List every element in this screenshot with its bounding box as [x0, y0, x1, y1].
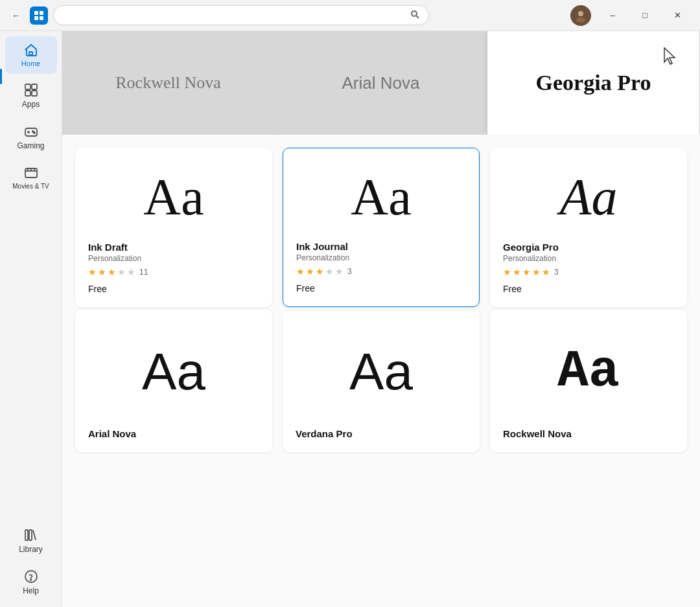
sidebar-library-label: Library: [19, 545, 43, 554]
font-price-georgia-pro: Free: [503, 284, 674, 294]
font-card-ink-draft[interactable]: Aa Ink Draft Personalization ★ ★ ★ ★ ★ 1…: [75, 148, 272, 307]
sidebar-item-gaming[interactable]: Gaming: [5, 118, 57, 157]
font-preview-verdana-pro: Aa: [296, 323, 467, 420]
font-preview-georgia-pro: Aa: [503, 161, 674, 234]
font-grid-row2: Aa Arial Nova Aa Verdana Pro Aa Rockwell…: [62, 310, 700, 452]
avatar[interactable]: [570, 5, 591, 26]
cursor-icon: [662, 47, 680, 67]
font-price-ink-draft: Free: [88, 284, 259, 294]
svg-point-7: [576, 17, 585, 23]
rating-count-ink-journal: 3: [347, 267, 352, 276]
font-category-ink-journal: Personalization: [296, 253, 466, 262]
star-1: ★: [296, 266, 305, 277]
svg-rect-3: [40, 16, 43, 20]
stars-georgia-pro: ★ ★ ★ ★ ★ 3: [503, 267, 674, 277]
font-preview-arial-nova: Aa: [88, 323, 259, 420]
store-icon: [30, 6, 48, 25]
svg-rect-1: [40, 11, 43, 15]
sidebar-help-label: Help: [23, 586, 39, 595]
font-card-verdana-pro[interactable]: Aa Verdana Pro: [283, 310, 480, 452]
search-icon: [410, 10, 419, 21]
svg-point-26: [30, 579, 31, 580]
svg-line-5: [417, 16, 419, 19]
font-category-georgia-pro: Personalization: [503, 254, 674, 263]
font-card-arial-nova[interactable]: Aa Arial Nova: [75, 310, 272, 452]
titlebar: ← fonts – □: [0, 0, 700, 31]
minimize-button[interactable]: –: [598, 5, 627, 26]
stars-ink-draft: ★ ★ ★ ★ ★ 11: [88, 267, 259, 277]
font-name-georgia-pro: Georgia Pro: [503, 242, 674, 253]
font-grid: Aa Ink Draft Personalization ★ ★ ★ ★ ★ 1…: [62, 135, 700, 310]
star-1: ★: [503, 267, 511, 277]
svg-rect-9: [25, 84, 30, 89]
svg-rect-23: [25, 530, 28, 540]
svg-rect-2: [34, 16, 38, 20]
rating-count-ink-draft: 11: [139, 268, 148, 277]
main-layout: Home Apps Gaming: [0, 31, 700, 607]
svg-point-6: [578, 11, 583, 16]
font-preview-ink-draft: Aa: [88, 161, 259, 234]
font-category-ink-draft: Personalization: [88, 254, 259, 263]
sidebar-item-help[interactable]: Help: [5, 563, 57, 602]
maximize-button[interactable]: □: [630, 5, 660, 26]
rating-count-georgia-pro: 3: [554, 268, 559, 277]
strip-item-rockwell[interactable]: Rockwell Nova: [62, 31, 275, 135]
sidebar-item-library[interactable]: Library: [5, 521, 57, 560]
sidebar-gaming-label: Gaming: [17, 141, 44, 150]
svg-rect-0: [34, 11, 38, 15]
close-button[interactable]: ✕: [662, 5, 692, 26]
star-4: ★: [325, 266, 334, 277]
font-name-verdana-pro: Verdana Pro: [296, 428, 467, 439]
font-preview-ink-journal: Aa: [296, 161, 466, 233]
svg-point-17: [34, 132, 35, 133]
svg-rect-8: [29, 52, 32, 55]
font-card-ink-journal[interactable]: Aa Ink Journal Personalization ★ ★ ★ ★ ★…: [283, 148, 480, 307]
font-name-arial-nova: Arial Nova: [88, 428, 259, 439]
svg-point-4: [412, 11, 417, 16]
top-strip: Rockwell Nova Arial Nova Georgia Pro: [62, 31, 700, 135]
star-2: ★: [513, 267, 521, 277]
sidebar-item-home[interactable]: Home: [5, 36, 57, 74]
star-5: ★: [542, 267, 550, 277]
star-5: ★: [335, 266, 344, 277]
star-4: ★: [532, 267, 541, 277]
font-preview-rockwell-nova: Aa: [503, 323, 674, 420]
sidebar-item-apps[interactable]: Apps: [5, 76, 57, 115]
sidebar-movies-label: Movies & TV: [12, 183, 49, 190]
star-2: ★: [98, 267, 106, 277]
strip-item-georgia[interactable]: Georgia Pro: [487, 31, 700, 135]
star-2: ★: [306, 266, 314, 277]
strip-item-arial[interactable]: Arial Nova: [275, 31, 487, 135]
font-name-ink-draft: Ink Draft: [88, 242, 259, 253]
svg-rect-24: [29, 530, 32, 540]
font-price-ink-journal: Free: [296, 283, 466, 293]
svg-rect-12: [32, 91, 37, 96]
active-indicator: [0, 69, 2, 84]
sidebar-home-label: Home: [21, 60, 40, 67]
content-area: Rockwell Nova Arial Nova Georgia Pro Aa …: [62, 31, 700, 607]
font-name-rockwell-nova: Rockwell Nova: [503, 428, 674, 439]
font-card-rockwell-nova[interactable]: Aa Rockwell Nova: [490, 310, 687, 452]
font-card-georgia-pro[interactable]: Aa Georgia Pro Personalization ★ ★ ★ ★ ★…: [490, 148, 687, 307]
search-input[interactable]: fonts: [63, 10, 405, 21]
sidebar: Home Apps Gaming: [0, 31, 62, 607]
star-4: ★: [117, 267, 126, 277]
star-1: ★: [88, 267, 97, 277]
stars-ink-journal: ★ ★ ★ ★ ★ 3: [296, 266, 466, 277]
sidebar-apps-label: Apps: [22, 100, 40, 109]
svg-rect-11: [25, 91, 30, 96]
star-3: ★: [316, 266, 324, 277]
star-3: ★: [108, 267, 116, 277]
svg-rect-10: [32, 84, 37, 89]
back-button[interactable]: ←: [8, 8, 25, 23]
titlebar-right: – □ ✕: [570, 5, 692, 26]
font-name-ink-journal: Ink Journal: [296, 241, 466, 252]
search-box: fonts: [53, 5, 429, 25]
star-3: ★: [522, 267, 531, 277]
star-5: ★: [127, 267, 135, 277]
sidebar-item-movies[interactable]: Movies & TV: [5, 159, 57, 196]
titlebar-left: ← fonts: [8, 5, 564, 25]
